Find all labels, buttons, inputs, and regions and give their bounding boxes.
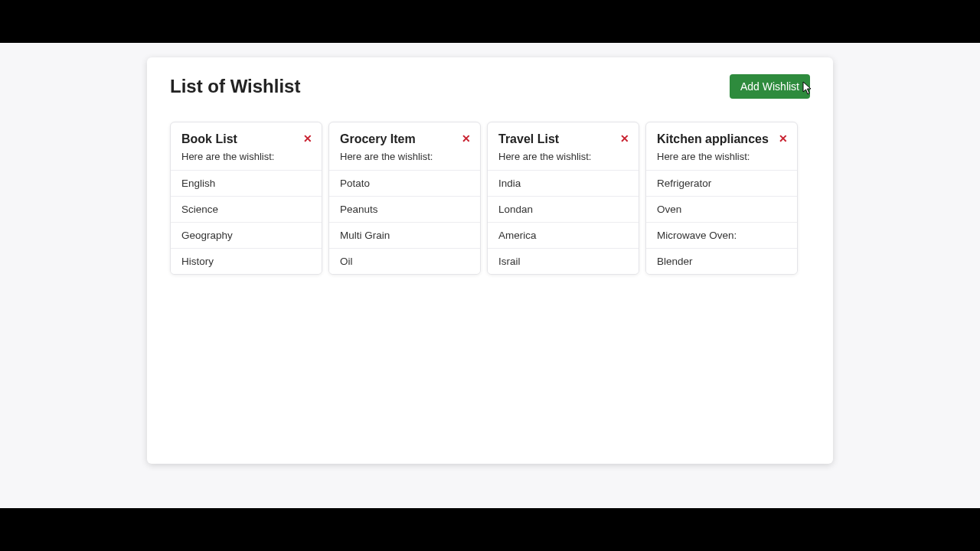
card-subtitle: Here are the wishlist:	[181, 151, 311, 162]
card-title: Book List	[181, 132, 311, 146]
card-header: Kitchen appliances✕Here are the wishlist…	[646, 122, 797, 170]
wishlist-card: Kitchen appliances✕Here are the wishlist…	[645, 122, 798, 275]
card-items: IndiaLondanAmericaIsrail	[488, 170, 639, 274]
list-item: Potato	[329, 171, 480, 196]
wishlist-panel: List of Wishlist Add Wishlist Book List✕…	[147, 57, 833, 464]
wishlist-card: Grocery Item✕Here are the wishlist:Potat…	[328, 122, 481, 275]
list-item: Multi Grain	[329, 222, 480, 248]
card-subtitle: Here are the wishlist:	[340, 151, 469, 162]
list-item: Microwave Oven:	[646, 222, 797, 248]
card-title: Travel List	[498, 132, 628, 146]
list-item: Londan	[488, 196, 639, 222]
card-title: Grocery Item	[340, 132, 469, 146]
list-item: English	[171, 171, 322, 196]
panel-header: List of Wishlist Add Wishlist	[170, 74, 810, 99]
close-icon[interactable]: ✕	[620, 133, 629, 144]
card-items: EnglishScienceGeographyHistory	[171, 170, 322, 274]
list-item: Blender	[646, 248, 797, 274]
card-header: Travel List✕Here are the wishlist:	[488, 122, 639, 170]
add-wishlist-button[interactable]: Add Wishlist	[730, 74, 810, 99]
close-icon[interactable]: ✕	[462, 133, 471, 144]
card-items: PotatoPeanutsMulti GrainOil	[329, 170, 480, 274]
close-icon[interactable]: ✕	[303, 133, 312, 144]
list-item: Oven	[646, 196, 797, 222]
list-item: Geography	[171, 222, 322, 248]
list-item: Science	[171, 196, 322, 222]
wishlist-card: Travel List✕Here are the wishlist:IndiaL…	[487, 122, 639, 275]
wishlist-card: Book List✕Here are the wishlist:EnglishS…	[170, 122, 322, 275]
card-header: Grocery Item✕Here are the wishlist:	[329, 122, 480, 170]
wishlist-cards-container: Book List✕Here are the wishlist:EnglishS…	[170, 122, 810, 275]
list-item: History	[171, 248, 322, 274]
list-item: Refrigerator	[646, 171, 797, 196]
card-title: Kitchen appliances	[657, 132, 786, 146]
page-title: List of Wishlist	[170, 76, 300, 97]
list-item: Oil	[329, 248, 480, 274]
card-subtitle: Here are the wishlist:	[657, 151, 786, 162]
list-item: India	[488, 171, 639, 196]
list-item: Israil	[488, 248, 639, 274]
card-header: Book List✕Here are the wishlist:	[171, 122, 322, 170]
list-item: America	[488, 222, 639, 248]
close-icon[interactable]: ✕	[779, 133, 788, 144]
card-subtitle: Here are the wishlist:	[498, 151, 628, 162]
card-items: RefrigeratorOvenMicrowave Oven:Blender	[646, 170, 797, 274]
list-item: Peanuts	[329, 196, 480, 222]
